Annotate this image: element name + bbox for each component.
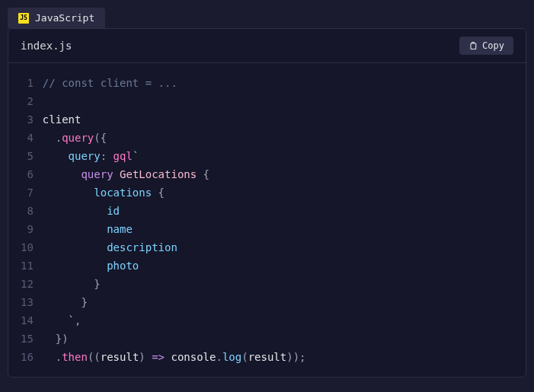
token [43,241,107,253]
token [43,168,82,180]
code-content[interactable]: // const client = ... client .query({ qu… [43,74,318,366]
line-numbers: 1 2 3 4 5 6 7 8 9 10 11 12 13 14 15 16 [8,74,43,366]
token: }) [56,333,69,345]
token: then [62,351,88,363]
token [43,296,82,308]
token: : [101,150,114,162]
token: } [94,278,100,290]
token [43,186,94,199]
token: description [107,241,177,253]
code-panel: index.js Copy 1 2 3 4 5 6 7 8 9 10 11 12… [8,28,526,378]
line-number: 2 [21,92,34,110]
code-line: } [43,293,306,311]
token: ` [133,150,139,162]
token: console [171,351,216,363]
code-line: query: gql` [43,147,306,165]
code-line: client [43,110,306,129]
code-line: } [43,275,306,293]
code-line: }) [43,330,306,348]
code-line: name [43,220,306,238]
token: client [43,113,82,126]
js-icon: JS [18,13,29,24]
line-number: 1 [21,74,34,92]
token: result [248,351,287,363]
token: } [81,296,87,308]
line-number: 3 [21,110,34,129]
line-number: 14 [21,311,34,330]
line-number: 15 [21,330,34,348]
token: . [56,351,62,363]
token: // const client = ... [43,77,177,89]
token: ) [139,351,152,363]
token [114,168,120,180]
token: photo [107,260,139,272]
line-number: 6 [21,165,34,183]
token [43,205,107,217]
token: query [69,150,101,162]
code-line: .query({ [43,129,306,147]
token: . [56,132,62,144]
code-line: query GetLocations { [43,165,306,183]
line-number: 7 [21,183,34,202]
clipboard-icon [468,41,478,50]
copy-label: Copy [482,40,504,51]
token: (( [88,351,101,363]
code-line: // const client = ... [43,74,306,92]
token: gql [114,150,133,162]
token: id [107,205,120,217]
tab-label: JavaScript [35,12,94,24]
token: { [152,186,165,199]
line-number: 12 [21,275,34,293]
token: . [216,351,222,363]
code-area: 1 2 3 4 5 6 7 8 9 10 11 12 13 14 15 16 /… [8,63,526,377]
code-line: photo [43,257,306,275]
token: ( [241,351,248,363]
token [43,132,56,144]
tab-javascript[interactable]: JS JavaScript [8,8,105,28]
token [43,314,69,327]
line-number: 8 [21,202,34,220]
line-number: 4 [21,129,34,147]
line-number: 13 [21,293,34,311]
code-line: description [43,238,306,257]
line-number: 10 [21,238,34,257]
token: result [101,351,139,363]
token: => [152,351,165,363]
token [43,278,94,290]
token: locations [94,186,152,199]
token: query [62,132,94,144]
token: , [75,314,81,327]
token: log [222,351,241,363]
panel-header: index.js Copy [8,29,526,63]
code-line: .then((result) => console.log(result)); [43,348,306,366]
token [43,223,107,235]
svg-rect-0 [471,43,476,49]
token: ` [69,314,75,327]
line-number: 5 [21,147,34,165]
code-line: locations { [43,183,306,202]
token [43,150,69,162]
token: { [197,168,209,180]
copy-button[interactable]: Copy [459,37,513,55]
token: name [107,223,133,235]
token: GetLocations [120,168,197,180]
filename: index.js [21,40,72,52]
code-line [43,92,306,110]
line-number: 16 [21,348,34,366]
code-line: `, [43,311,306,330]
token [43,260,107,272]
token: ({ [94,132,107,144]
token: query [81,168,113,180]
token [43,333,56,345]
tab-bar: JS JavaScript [8,8,526,28]
token: )); [286,351,305,363]
code-line: id [43,202,306,220]
line-number: 11 [21,257,34,275]
line-number: 9 [21,220,34,238]
token [43,351,56,363]
